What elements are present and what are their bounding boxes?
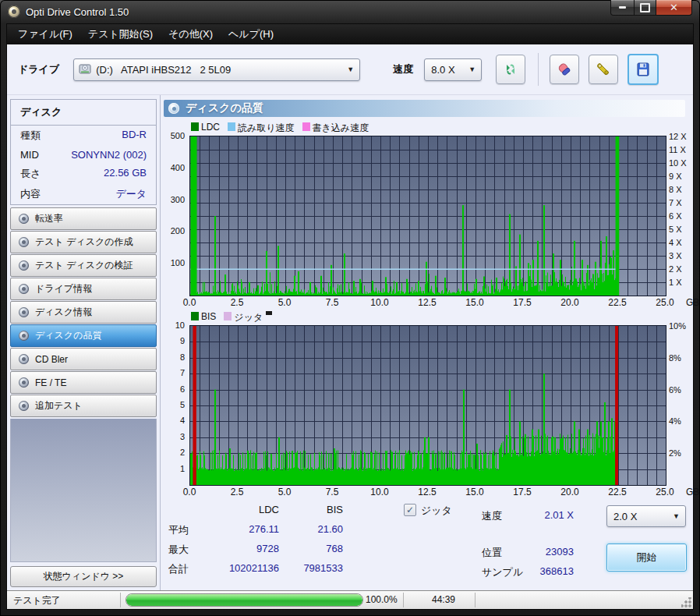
y-axis-tick: 3 (158, 432, 185, 441)
jitter-checkbox[interactable]: ✓ (404, 504, 416, 516)
legend-label: ジッタ (234, 311, 263, 324)
stats-row-label: 合計 (168, 562, 189, 576)
drive-select[interactable]: (D:) ATAPI iHBS212 2 5L09 ▼ (73, 58, 360, 81)
menu-item-start-test[interactable]: テスト開始(S) (80, 24, 161, 44)
maximize-icon (640, 3, 650, 12)
panel-header: ディスクの品質 (164, 100, 685, 117)
sidebar-item-transfer-rate[interactable]: 転送率 (10, 207, 157, 230)
speed-select[interactable]: 8.0 X ▼ (424, 58, 482, 81)
x-axis-tick: 12.5 (408, 487, 446, 497)
x-axis-tick: 15.0 (456, 487, 493, 497)
sidebar-item-fe-te[interactable]: FE / TE (10, 371, 157, 394)
chevron-down-icon: ▼ (468, 66, 476, 73)
y-axis-tick-right: 6% (669, 385, 695, 395)
drive-select-value: (D:) ATAPI iHBS212 2 5L09 (96, 64, 341, 76)
stats-bis-value: 768 (257, 543, 343, 554)
x-axis-tick: 25.0 (646, 297, 684, 308)
jitter-checkbox-label: ジッタ (421, 504, 452, 518)
save-button[interactable] (628, 54, 659, 85)
maximize-button[interactable] (635, 0, 656, 16)
y-axis-tick-right: 5 X (669, 225, 695, 234)
statusbar-separator (403, 593, 404, 607)
y-axis-tick-right: 12 X (669, 132, 695, 141)
chevron-down-icon: ▼ (673, 513, 680, 520)
x-axis-tick: 20.0 (551, 297, 589, 308)
sidebar-item-disc-quality[interactable]: ディスクの品質 (10, 324, 157, 347)
x-axis-tick: 22.5 (599, 487, 636, 497)
y-axis-tick-right: 7 X (669, 198, 695, 207)
disc-info-label: 長さ (20, 167, 41, 181)
y-axis-tick-right: 8 X (669, 185, 695, 194)
menu-item-help[interactable]: ヘルプ(H) (221, 24, 281, 44)
start-button[interactable]: 開始 (606, 543, 687, 572)
disc-info-row: 内容データ (11, 184, 156, 204)
close-button[interactable]: ✕ (656, 0, 692, 16)
chevron-down-icon: ▼ (347, 66, 354, 73)
refresh-button[interactable] (496, 55, 525, 84)
status-window-button[interactable]: 状態ウィンドウ >> (10, 566, 157, 587)
y-axis-tick-right: 1 X (669, 278, 695, 287)
samples-value: 368613 (496, 565, 574, 577)
tools-button[interactable] (589, 55, 618, 84)
sidebar-item-label: CD Bler (35, 354, 68, 365)
resize-grip[interactable] (681, 597, 691, 607)
x-axis-tick: 17.5 (504, 487, 541, 497)
legend-swatch (224, 312, 232, 320)
legend-label: LDC (201, 122, 220, 133)
disc-info-row: 種類BD-R (11, 126, 156, 146)
app-window: Opti Drive Control 1.50 ✕ ファイル(F)テスト開始(S… (0, 0, 700, 616)
y-axis-tick-right: 6 X (669, 211, 695, 221)
floppy-icon (635, 61, 652, 78)
x-axis-tick: 15.0 (456, 297, 493, 308)
title-bar[interactable]: Opti Drive Control 1.50 ✕ (0, 0, 700, 23)
progress-fill (126, 594, 362, 606)
sidebar-item-additional-tests[interactable]: 追加テスト (10, 395, 157, 417)
disc-icon (19, 307, 29, 317)
sidebar-item-label: ディスク情報 (35, 306, 92, 319)
quality-speed-value: 2.0 X (613, 511, 667, 522)
x-axis-tick: 0.0 (171, 297, 208, 308)
stats-col-bis: BIS (302, 504, 343, 515)
x-axis-tick: 5.0 (266, 487, 303, 497)
quality-speed-select[interactable]: 2.0 X▼ (606, 505, 686, 527)
toolbar: ドライブ (D:) ATAPI iHBS212 2 5L09 ▼ 速度 8.0 … (7, 44, 693, 95)
menu-item-file[interactable]: ファイル(F) (10, 24, 80, 44)
legend-label: 書き込み速度 (313, 122, 369, 135)
y-axis-tick-right: 4 X (669, 238, 695, 247)
jitter-max-marker (266, 311, 272, 315)
speed-label: 速度 (393, 62, 413, 76)
sidebar-item-label: 転送率 (35, 212, 63, 225)
plot-canvas-bis-chart (189, 325, 666, 486)
disc-icon (19, 377, 29, 388)
disc-info-value: 22.56 GB (104, 167, 147, 181)
progress-percent: 100.0% (366, 594, 398, 605)
erase-button[interactable] (550, 55, 579, 84)
x-axis-tick: 17.5 (504, 297, 541, 308)
x-axis-unit: GB (686, 487, 699, 497)
app-disc-icon (8, 5, 20, 18)
y-axis-tick-right: 2 X (669, 264, 695, 274)
legend-swatch (302, 122, 310, 131)
y-axis-tick: 9 (158, 336, 185, 345)
x-axis-tick: 20.0 (551, 487, 589, 497)
disc-info-panel: ディスク 種類BD-RMIDSONYNN2 (002)長さ22.56 GB内容デ… (10, 99, 157, 205)
sidebar-item-verify-test-disc[interactable]: テスト ディスクの検証 (10, 254, 157, 277)
sidebar-item-disc-info[interactable]: ディスク情報 (10, 301, 157, 324)
sidebar-item-cd-bler[interactable]: CD Bler (10, 348, 157, 370)
disc-info-value: BD-R (122, 129, 147, 143)
statusbar-separator (475, 593, 476, 607)
minimize-button[interactable] (610, 0, 635, 16)
stats-row-label: 平均 (168, 523, 189, 537)
refresh-icon (502, 61, 519, 78)
x-axis-tick: 0.0 (171, 487, 208, 497)
legend-label: 読み取り速度 (238, 122, 295, 135)
disc-icon (19, 354, 29, 364)
sidebar-item-drive-info[interactable]: ドライブ情報 (10, 278, 157, 300)
x-axis-tick: 5.0 (266, 297, 303, 308)
sidebar-item-create-test-disc[interactable]: テスト ディスクの作成 (10, 231, 157, 253)
legend-swatch (228, 122, 235, 131)
menu-item-others[interactable]: その他(X) (161, 24, 221, 44)
disc-icon (168, 103, 179, 114)
y-axis-tick-right: 8% (669, 353, 695, 363)
y-axis-tick: 2 (158, 448, 185, 457)
